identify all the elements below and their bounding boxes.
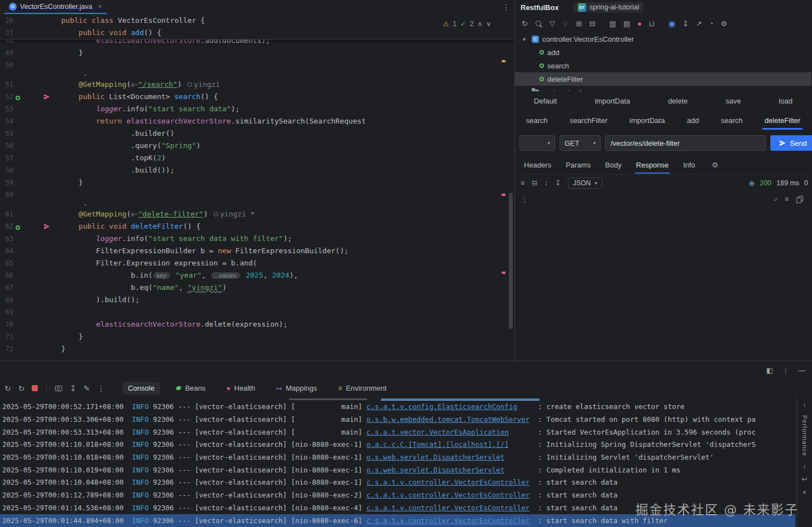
thread-dump-icon[interactable] <box>55 386 62 391</box>
console-line[interactable]: 2025-05-29T00:01:10.018+08:00 INFO 92306… <box>0 439 795 451</box>
console-line[interactable]: 2025-05-29T00:01:10.048+08:00 INFO 92306… <box>0 476 795 489</box>
code-text: Filter.Expression expression = b.and( <box>55 257 257 269</box>
request-tab-load[interactable]: load <box>776 92 795 110</box>
request-tab-delete[interactable]: delete <box>666 92 690 110</box>
tab-params[interactable]: Params <box>565 156 592 174</box>
import-icon[interactable]: ↧ <box>682 20 689 27</box>
format-select[interactable]: JSON ▾ <box>568 178 602 189</box>
request-tab-Default[interactable]: Default <box>532 92 559 110</box>
settings-gear-icon[interactable]: ⚙ <box>712 161 719 169</box>
method-select[interactable]: GET ▾ <box>560 135 601 151</box>
next-issue-icon[interactable]: ∨ <box>486 20 491 28</box>
tree-item-module[interactable]: ▸ vector-simple <box>515 86 811 91</box>
tab-mappings[interactable]: ↦Mappings <box>271 382 323 395</box>
gutter-slot[interactable] <box>23 223 55 230</box>
console-line[interactable]: 2025-05-29T00:01:10.018+08:00 INFO 92306… <box>0 451 795 464</box>
download-icon[interactable]: ↧ <box>555 179 561 187</box>
record-icon[interactable]: ● <box>637 20 642 27</box>
project-tab[interactable]: ST spring-ai-tutorial <box>573 2 644 13</box>
request-tab-add[interactable]: add <box>685 112 701 130</box>
hide-icon[interactable]: — <box>798 366 805 375</box>
layout-settings-icon[interactable]: ◧ <box>766 366 773 375</box>
url-input[interactable]: /vector/es/delete-filter <box>605 135 766 151</box>
clear-console-icon[interactable]: × <box>803 489 806 496</box>
wrap-lines-icon[interactable]: ≡ <box>785 195 789 203</box>
tab-environment[interactable]: ≡Environment <box>333 382 392 395</box>
layout-icon[interactable]: ▤ <box>623 20 630 27</box>
editor-scrollbar[interactable] <box>509 193 513 329</box>
performance-toolwindow-button[interactable]: Performance <box>801 415 808 456</box>
more-icon[interactable]: ⋮ <box>782 366 789 375</box>
send-button[interactable]: Send <box>770 135 812 151</box>
editor-tab[interactable]: C VectorEsController.java × <box>4 0 107 14</box>
tab-response[interactable]: Response <box>635 156 670 174</box>
sort-icon[interactable]: ↕ <box>544 179 548 187</box>
search-icon[interactable] <box>535 20 542 27</box>
split-view-icon[interactable]: ▥ <box>609 20 616 27</box>
editor-body[interactable]: ⚠ 1 ✓ 2 ∧ ∨ 26public class VectorEsContr… <box>0 14 514 361</box>
tab-headers[interactable]: Headers <box>523 156 552 174</box>
editor-more-icon[interactable]: ⋮ <box>502 3 510 12</box>
collapse-all-icon[interactable]: ⊟ <box>589 20 595 27</box>
environment-select[interactable]: ▾ <box>519 135 555 151</box>
request-tab-importData[interactable]: importData <box>592 92 632 110</box>
console-line[interactable]: 2025-05-29T00:01:10.019+08:00 INFO 92306… <box>0 464 795 476</box>
tree-item-search[interactable]: search <box>515 59 811 72</box>
console-line[interactable]: 2025-05-29T00:00:53.306+08:00 INFO 92306… <box>0 413 795 426</box>
gutter-slot[interactable] <box>23 93 55 100</box>
check-icon: ✓ <box>461 20 466 28</box>
tag-icon[interactable]: ♢ <box>562 20 569 27</box>
tab-body[interactable]: Body <box>604 156 623 174</box>
copy-icon[interactable] <box>796 195 804 203</box>
more-icon[interactable]: ⋮ <box>97 384 105 393</box>
tree-item-class[interactable]: ▾ C controller.VectorEsController <box>515 32 811 46</box>
expand-all-icon[interactable]: ⊞ <box>576 20 582 27</box>
chevron-down-icon[interactable]: ▾ <box>523 36 528 42</box>
tray-icon[interactable]: ⊔ <box>649 20 655 27</box>
settings-icon[interactable]: ⚙ <box>721 20 727 27</box>
request-tab-deleteFilter[interactable]: deleteFilter <box>763 112 803 130</box>
tab-beans[interactable]: Beans <box>170 382 211 395</box>
console-line[interactable]: 2025-05-29T00:00:53.313+08:00 INFO 92306… <box>0 426 795 439</box>
request-tab-searchFilter[interactable]: searchFilter <box>567 112 610 130</box>
rest-api-gutter-icon[interactable] <box>16 225 20 230</box>
rerun-icon[interactable]: ↻ <box>4 384 11 393</box>
history-icon[interactable]: ◔ <box>709 20 714 27</box>
api-stripe-mark[interactable] <box>502 194 506 196</box>
tab-console[interactable]: Console <box>122 382 160 395</box>
api-stripe-mark[interactable] <box>502 272 506 274</box>
expand-icon[interactable]: ↕ <box>772 195 780 203</box>
tree-item-add[interactable]: add <box>515 46 811 59</box>
java-class-file-icon: C <box>9 3 17 11</box>
collapse-all-icon[interactable]: ⊟ <box>532 179 537 187</box>
filter-icon[interactable]: ▽ <box>549 20 555 27</box>
stop-icon[interactable] <box>32 385 38 391</box>
top-region: C VectorEsController.java × ⋮ ⚠ 1 ✓ 2 ∧ … <box>0 0 812 361</box>
request-tab-search[interactable]: search <box>719 112 745 130</box>
warning-stripe-mark[interactable] <box>502 60 506 62</box>
format-icon[interactable]: ≡ <box>521 179 524 187</box>
code-text: b.in(key: "year", ...values: 2025, 2024)… <box>55 269 298 282</box>
open-in-browser-icon[interactable]: ↗ <box>696 20 702 27</box>
scroll-to-bottom-icon[interactable]: ↓ <box>803 462 806 470</box>
inspections-widget[interactable]: ⚠ 1 ✓ 2 ∧ ∨ <box>443 20 491 28</box>
rest-api-gutter-icon[interactable] <box>16 96 20 100</box>
request-tab-save[interactable]: save <box>724 92 743 110</box>
tab-info[interactable]: Info <box>682 156 696 174</box>
clear-icon[interactable]: ✎ <box>83 384 90 393</box>
tab-health[interactable]: ♥Health <box>221 382 261 395</box>
api-doc-icon[interactable]: ▣ <box>669 20 675 27</box>
heap-dump-icon[interactable]: ↧ <box>70 384 76 393</box>
request-tab-search[interactable]: search <box>524 112 550 130</box>
scroll-to-top-icon[interactable]: ↑ <box>803 402 806 410</box>
code-text: return elasticsearchVectorStore.similari… <box>55 115 366 127</box>
request-tab-importData[interactable]: importData <box>627 112 667 130</box>
refresh-icon[interactable]: ↻ <box>522 20 528 27</box>
prev-issue-icon[interactable]: ∧ <box>477 20 482 28</box>
console-line[interactable]: 2025-05-29T00:00:52.171+08:00 INFO 92306… <box>0 401 795 413</box>
rerun-debug-icon[interactable]: ↻ <box>18 384 25 393</box>
tab-close-icon[interactable]: × <box>98 2 102 11</box>
tree-item-deleteFilter[interactable]: deleteFilter <box>515 72 811 86</box>
soft-wrap-icon[interactable]: ↩ <box>801 475 807 483</box>
response-body[interactable]: 1 ↕≡ <box>515 191 811 361</box>
